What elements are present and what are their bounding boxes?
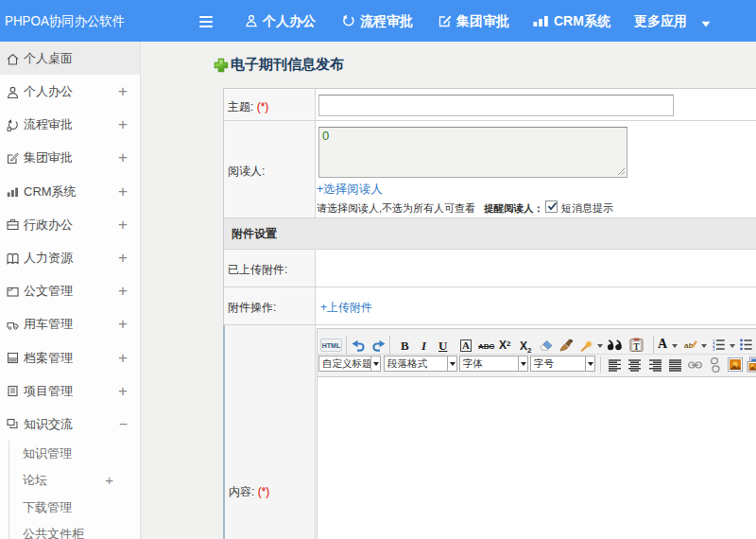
svg-text:ab: ab: [684, 341, 693, 350]
svg-text:T: T: [633, 342, 640, 352]
svg-text:3: 3: [713, 347, 715, 351]
